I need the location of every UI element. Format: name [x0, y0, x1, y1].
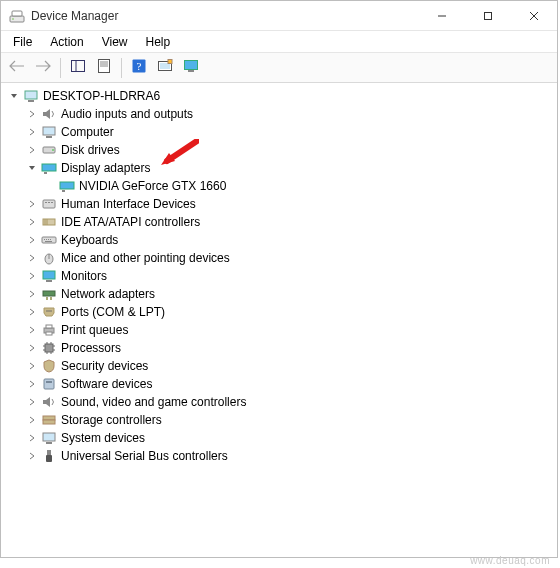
back-button[interactable]	[5, 56, 29, 80]
chevron-right-icon[interactable]	[25, 215, 39, 229]
tree-node-sound[interactable]: Sound, video and game controllers	[25, 393, 557, 411]
chevron-right-icon[interactable]	[25, 143, 39, 157]
tree-node-label: Processors	[61, 341, 121, 355]
svg-rect-69	[43, 433, 55, 441]
printer-icon	[41, 322, 57, 338]
tree-node-mice[interactable]: Mice and other pointing devices	[25, 249, 557, 267]
menu-file[interactable]: File	[5, 33, 40, 51]
svg-rect-45	[43, 271, 55, 279]
tree-node-computer[interactable]: Computer	[25, 123, 557, 141]
computer-icon	[23, 88, 39, 104]
tree-node-security[interactable]: Security devices	[25, 357, 557, 375]
tree-node-display-child[interactable]: NVIDIA GeForce GTX 1660	[43, 177, 557, 195]
tree-node-ide[interactable]: IDE ATA/ATAPI controllers	[25, 213, 557, 231]
maximize-button[interactable]	[465, 1, 511, 30]
svg-rect-7	[72, 61, 85, 72]
tree-node-disk[interactable]: Disk drives	[25, 141, 557, 159]
toolbar-separator	[121, 58, 122, 78]
chevron-right-icon[interactable]	[25, 287, 39, 301]
svg-rect-65	[44, 379, 54, 389]
svg-rect-4	[485, 12, 492, 19]
tree-node-label: Mice and other pointing devices	[61, 251, 230, 265]
show-hide-console-button[interactable]	[66, 56, 90, 80]
svg-rect-22	[43, 127, 55, 135]
svg-rect-48	[46, 297, 48, 300]
scan-hardware-button[interactable]	[153, 56, 177, 80]
svg-rect-32	[48, 202, 50, 203]
tree-node-label: Display adapters	[61, 161, 150, 175]
pc-icon	[41, 124, 57, 140]
tree-node-label: IDE ATA/ATAPI controllers	[61, 215, 200, 229]
chevron-right-icon[interactable]	[25, 305, 39, 319]
usb-icon	[41, 448, 57, 464]
tree-node-audio[interactable]: Audio inputs and outputs	[25, 105, 557, 123]
chevron-right-icon[interactable]	[25, 395, 39, 409]
tree-node-label: Universal Serial Bus controllers	[61, 449, 228, 463]
chevron-right-icon[interactable]	[25, 341, 39, 355]
tree-node-ports[interactable]: Ports (COM & LPT)	[25, 303, 557, 321]
sound-icon	[41, 394, 57, 410]
toolbar-separator	[60, 58, 61, 78]
svg-rect-23	[46, 136, 52, 138]
tree-root-label: DESKTOP-HLDRRA6	[43, 89, 160, 103]
svg-rect-41	[50, 239, 51, 240]
svg-rect-55	[46, 332, 52, 335]
chevron-right-icon[interactable]	[25, 449, 39, 463]
minimize-button[interactable]	[419, 1, 465, 30]
device-tree[interactable]: DESKTOP-HLDRRA6 Audio inputs and outputs…	[1, 83, 557, 557]
tree-node-hid[interactable]: Human Interface Devices	[25, 195, 557, 213]
chevron-down-icon[interactable]	[25, 161, 39, 175]
help-button[interactable]: ?	[127, 56, 151, 80]
forward-button[interactable]	[31, 56, 55, 80]
monitor-button[interactable]	[179, 56, 203, 80]
properties-button[interactable]	[92, 56, 116, 80]
tree-node-label: Monitors	[61, 269, 107, 283]
svg-rect-38	[44, 239, 45, 240]
tree-node-software[interactable]: Software devices	[25, 375, 557, 393]
close-button[interactable]	[511, 1, 557, 30]
chevron-right-icon[interactable]	[25, 377, 39, 391]
chevron-right-icon[interactable]	[25, 413, 39, 427]
tree-node-usb[interactable]: Universal Serial Bus controllers	[25, 447, 557, 465]
mouse-icon	[41, 250, 57, 266]
svg-rect-0	[10, 16, 24, 22]
window-title: Device Manager	[31, 9, 419, 23]
chevron-right-icon[interactable]	[25, 233, 39, 247]
svg-rect-31	[45, 202, 47, 203]
tree-node-label: Computer	[61, 125, 114, 139]
help-icon: ?	[131, 58, 147, 77]
svg-point-50	[46, 310, 48, 312]
hid-icon	[41, 196, 57, 212]
svg-rect-21	[28, 100, 34, 102]
chevron-right-icon[interactable]	[25, 431, 39, 445]
tree-node-network[interactable]: Network adapters	[25, 285, 557, 303]
software-icon	[41, 376, 57, 392]
tree-node-display[interactable]: Display adapters	[25, 159, 557, 177]
tree-root[interactable]: DESKTOP-HLDRRA6	[7, 87, 557, 105]
chevron-right-icon[interactable]	[25, 359, 39, 373]
chevron-right-icon[interactable]	[25, 125, 39, 139]
svg-rect-67	[43, 416, 55, 420]
chevron-down-icon[interactable]	[7, 89, 21, 103]
chevron-right-icon[interactable]	[25, 323, 39, 337]
tree-node-system[interactable]: System devices	[25, 429, 557, 447]
tree-node-label: Security devices	[61, 359, 148, 373]
svg-text:?: ?	[137, 60, 142, 72]
chevron-right-icon[interactable]	[25, 197, 39, 211]
tree-node-storage[interactable]: Storage controllers	[25, 411, 557, 429]
tree-node-keyboards[interactable]: Keyboards	[25, 231, 557, 249]
scan-icon	[157, 58, 173, 77]
tree-node-label: Audio inputs and outputs	[61, 107, 193, 121]
svg-rect-29	[62, 190, 65, 192]
svg-rect-46	[46, 280, 52, 282]
chevron-right-icon[interactable]	[25, 107, 39, 121]
tree-node-printqueues[interactable]: Print queues	[25, 321, 557, 339]
panel-icon	[70, 58, 86, 77]
menu-action[interactable]: Action	[42, 33, 91, 51]
tree-node-monitors[interactable]: Monitors	[25, 267, 557, 285]
chevron-right-icon[interactable]	[25, 269, 39, 283]
tree-node-processors[interactable]: Processors	[25, 339, 557, 357]
menu-help[interactable]: Help	[138, 33, 179, 51]
chevron-right-icon[interactable]	[25, 251, 39, 265]
menu-view[interactable]: View	[94, 33, 136, 51]
